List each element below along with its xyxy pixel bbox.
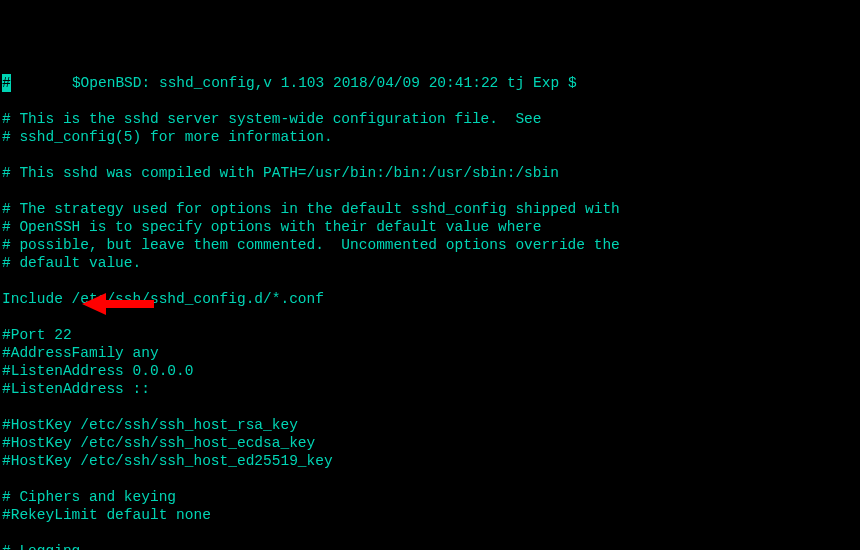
line-text <box>2 147 11 163</box>
config-line: #Port 22 <box>0 326 860 344</box>
config-line: Include /etc/ssh/sshd_config.d/*.conf <box>0 290 860 308</box>
terminal-viewport[interactable]: # $OpenBSD: sshd_config,v 1.103 2018/04/… <box>0 74 860 550</box>
config-line: # sshd_config(5) for more information. <box>0 128 860 146</box>
line-text: # possible, but leave them commented. Un… <box>2 237 620 253</box>
config-line: # This sshd was compiled with PATH=/usr/… <box>0 164 860 182</box>
config-line: #HostKey /etc/ssh/ssh_host_rsa_key <box>0 416 860 434</box>
line-text: #HostKey /etc/ssh/ssh_host_rsa_key <box>2 417 298 433</box>
config-line: # OpenSSH is to specify options with the… <box>0 218 860 236</box>
line-text: # Ciphers and keying <box>2 489 176 505</box>
config-line <box>0 146 860 164</box>
line-text: #Port 22 <box>2 327 72 343</box>
line-text <box>2 93 11 109</box>
line-text: #AddressFamily any <box>2 345 159 361</box>
config-line <box>0 182 860 200</box>
config-line: #HostKey /etc/ssh/ssh_host_ed25519_key <box>0 452 860 470</box>
config-line: #RekeyLimit default none <box>0 506 860 524</box>
line-text <box>2 183 11 199</box>
config-line: # $OpenBSD: sshd_config,v 1.103 2018/04/… <box>0 74 860 92</box>
line-text: # Logging <box>2 543 80 550</box>
line-text: #HostKey /etc/ssh/ssh_host_ed25519_key <box>2 453 333 469</box>
config-line <box>0 92 860 110</box>
config-line <box>0 470 860 488</box>
cursor: # <box>2 74 11 92</box>
line-text <box>2 525 11 541</box>
line-text: # sshd_config(5) for more information. <box>2 129 333 145</box>
config-line <box>0 272 860 290</box>
line-text <box>2 309 11 325</box>
config-line: # The strategy used for options in the d… <box>0 200 860 218</box>
line-text: # The strategy used for options in the d… <box>2 201 620 217</box>
config-line: #AddressFamily any <box>0 344 860 362</box>
config-line <box>0 524 860 542</box>
line-text: # default value. <box>2 255 141 271</box>
line-text: #ListenAddress 0.0.0.0 <box>2 363 193 379</box>
config-line <box>0 398 860 416</box>
line-text: # This sshd was compiled with PATH=/usr/… <box>2 165 559 181</box>
line-text: # This is the sshd server system-wide co… <box>2 111 542 127</box>
line-text: $OpenBSD: sshd_config,v 1.103 2018/04/09… <box>11 75 577 91</box>
line-text: #RekeyLimit default none <box>2 507 211 523</box>
config-line: #ListenAddress 0.0.0.0 <box>0 362 860 380</box>
line-text: Include /etc/ssh/sshd_config.d/*.conf <box>2 291 324 307</box>
config-line: #HostKey /etc/ssh/ssh_host_ecdsa_key <box>0 434 860 452</box>
config-line: # This is the sshd server system-wide co… <box>0 110 860 128</box>
config-line: # default value. <box>0 254 860 272</box>
config-line: #ListenAddress :: <box>0 380 860 398</box>
line-text: # OpenSSH is to specify options with the… <box>2 219 542 235</box>
line-text <box>2 399 11 415</box>
line-text: #HostKey /etc/ssh/ssh_host_ecdsa_key <box>2 435 315 451</box>
config-line <box>0 308 860 326</box>
line-text <box>2 471 11 487</box>
line-text: #ListenAddress :: <box>2 381 150 397</box>
config-line: # possible, but leave them commented. Un… <box>0 236 860 254</box>
config-line: # Logging <box>0 542 860 550</box>
config-line: # Ciphers and keying <box>0 488 860 506</box>
line-text <box>2 273 11 289</box>
